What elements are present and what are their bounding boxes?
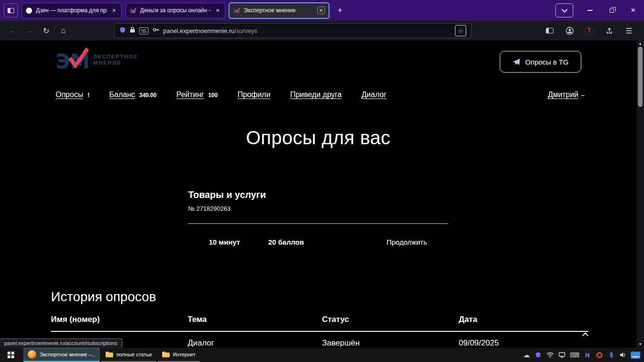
chevron-down-icon [561,7,568,13]
scrollbar-down-icon[interactable]: ▼ [636,341,644,348]
shield-icon[interactable] [119,26,126,35]
taskbar-app-label: Интернет [173,352,196,357]
share-export-button[interactable] [602,23,617,38]
close-button[interactable]: × [622,0,644,21]
home-button[interactable]: ⌂ [56,23,71,38]
lock-icon[interactable] [130,26,135,35]
dzen-favicon-icon [26,8,32,14]
tab-close-icon[interactable]: × [317,7,325,14]
history-title: История опросов [51,289,588,304]
scrollbar-thumb[interactable] [638,47,643,107]
start-button[interactable] [0,348,22,362]
tab-dzen[interactable]: Дзен — платформа для прос × [22,3,122,18]
bluetooth-icon[interactable] [607,351,615,359]
toolbar-right-icons: T ☰ [542,23,638,38]
touch-keyboard-icon[interactable] [631,351,640,359]
scroll-top-button[interactable] [581,331,589,337]
firefox-view-icon [8,8,14,13]
url-path: /surveys [234,27,257,34]
back-button[interactable]: ← [5,23,20,38]
minimize-icon [587,10,593,11]
table-row[interactable]: МВ5044Т202527(id: Диалог Завершён 09/09/… [51,332,588,348]
nav-link-dialog[interactable]: Диалог [362,90,387,99]
wifi-icon[interactable] [546,351,554,359]
tg-surveys-button[interactable]: Опросы в TG [500,51,581,73]
firefox-view-button[interactable] [4,3,18,17]
tab-title: Деньги за опросы онлайн — [140,7,211,14]
user-caret-icon: – [581,91,585,99]
column-status: Статус [322,315,459,331]
em-favicon-icon [130,7,136,14]
desktop: Дзен — платформа для прос × Деньги за оп… [0,0,644,362]
new-tab-button[interactable]: + [333,3,347,17]
reload-button[interactable]: ↻ [39,23,54,38]
bookmark-star-button[interactable]: ☆ [455,25,466,36]
taskbar-folder-internet[interactable]: Интернет [158,348,200,362]
page-content: ЭМ ЭКСПЕРТНОЕ МНЕНИЕ Опросы в TG Опросы … [0,41,636,348]
nav-link-surveys[interactable]: Опросы [56,90,83,99]
history-section: История опросов Имя (номер) Тема Статус … [51,289,588,348]
tab-expert-opinion[interactable]: Экспертное мнение × [229,3,329,18]
nav-link-balance[interactable]: Баланс [109,90,135,99]
url-text[interactable]: panel.expertnoemnenie.ru/surveys [163,27,257,34]
page-scrollbar[interactable]: ▲ ▼ [636,41,644,348]
vpn-shield-icon[interactable] [535,351,542,359]
restore-button[interactable] [601,0,622,21]
nav-item-profiles[interactable]: Профили [238,90,271,99]
onedrive-cloud-icon[interactable]: ☁ [523,351,530,359]
status-bar-url: panel.expertnoemnenie.ru/account#subscri… [0,338,122,348]
survey-reward: 20 баллов [268,238,304,246]
em-favicon-icon [233,7,240,14]
taskbar-folder-stati[interactable]: полные статьи [101,348,156,362]
continue-button[interactable]: Продолжить [387,238,427,246]
minimize-button[interactable] [579,0,601,21]
nav-item-dialog[interactable]: Диалог [362,90,387,99]
windows-taskbar: Экспертное мнение –... полные статьи Инт… [0,348,644,362]
row-status: Завершён [322,332,459,348]
tab-list-button[interactable] [555,3,573,17]
history-table: Имя (номер) Тема Статус Дата МВ5044Т2025… [51,315,588,348]
logo-mark-icon: ЭМ [56,48,89,72]
nav-item-surveys[interactable]: Опросы ! [56,90,90,99]
network-monitor-icon[interactable] [558,351,566,359]
user-name-link[interactable]: Дмитрий [548,90,578,99]
nav-link-referral[interactable]: Приведи друга [290,90,341,99]
tab-close-icon[interactable]: × [215,7,221,14]
rating-value: 100 [208,92,218,99]
folder-icon [162,352,170,357]
red-ring-app-icon[interactable] [595,351,603,359]
volume-icon[interactable] [619,351,627,359]
column-name: Имя (номер) [51,315,188,331]
tab-close-icon[interactable]: × [111,7,117,14]
nav-item-referral[interactable]: Приведи друга [290,90,341,99]
tab-title: Дзен — платформа для прос [36,7,107,14]
history-header-row: Имя (номер) Тема Статус Дата [51,315,588,332]
survey-duration: 10 минут [209,238,240,246]
scrollbar-up-icon[interactable]: ▲ [636,41,644,47]
extension-t-button[interactable]: T [582,23,597,38]
keyboard-layout-icon[interactable]: ⌨ [570,351,579,359]
site-logo[interactable]: ЭМ ЭКСПЕРТНОЕ МНЕНИЕ [56,48,138,72]
user-menu[interactable]: Дмитрий – [548,90,585,99]
menu-button[interactable]: ☰ [621,23,636,38]
chevron-up-icon [582,332,588,338]
tab-money-surveys[interactable]: Деньги за опросы онлайн — × [125,3,225,18]
nav-link-rating[interactable]: Рейтинг [176,90,204,99]
forward-button[interactable]: → [22,23,37,38]
taskbar-firefox-window[interactable]: Экспертное мнение –... [24,348,99,362]
address-bar[interactable]: panel.expertnoemnenie.ru/surveys ☆ [114,23,471,38]
key-icon[interactable] [152,26,159,35]
surveys-alert-badge: ! [87,91,89,99]
tg-button-label: Опросы в TG [525,58,569,66]
account-button[interactable] [562,23,577,38]
restore-icon [610,8,614,13]
sidebar-button[interactable] [542,23,557,38]
nav-item-balance[interactable]: Баланс 340.00 [109,90,157,99]
nav-link-profiles[interactable]: Профили [238,90,271,99]
notes-app-icon[interactable]: N [584,351,591,359]
tab-strip: Дзен — платформа для прос × Деньги за оп… [22,0,347,21]
nav-item-rating[interactable]: Рейтинг 100 [176,90,218,99]
permissions-icon[interactable] [139,27,149,34]
main-navigation: Опросы ! Баланс 340.00 Рейтинг 100 Профи… [56,90,585,99]
share-export-icon [606,27,613,34]
